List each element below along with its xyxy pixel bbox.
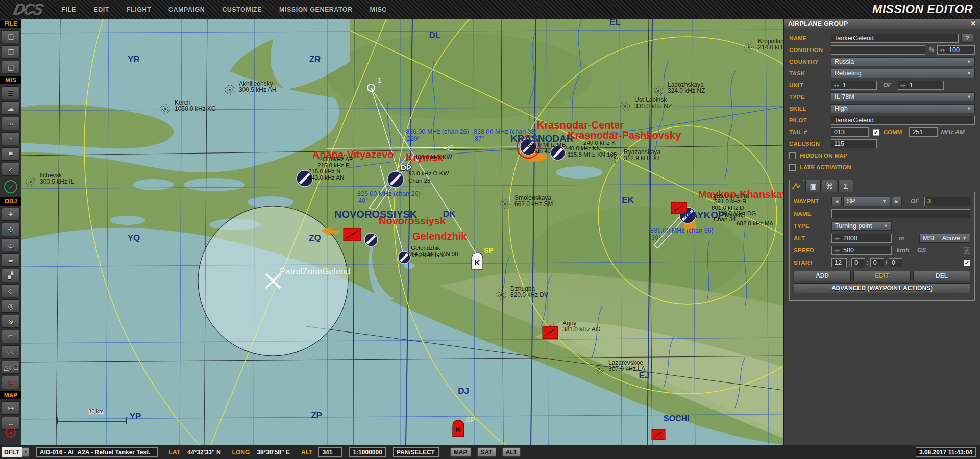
condition-stepper[interactable]: ◂▸100 — [937, 45, 975, 55]
lat-value: 44°32'33" N — [187, 449, 220, 456]
route-tool-button[interactable]: ◇ — [2, 284, 20, 297]
cursor-mode-box[interactable]: PAN/SELECT — [393, 447, 439, 457]
sat-layer-button[interactable]: SAT — [477, 447, 496, 457]
tab-route[interactable] — [789, 180, 804, 192]
add-waypoint-button[interactable]: ADD — [794, 271, 851, 281]
waypoint-total-input[interactable] — [924, 197, 970, 206]
map-ndb-freq-label: 820.0 kHz DV — [510, 291, 548, 298]
static-object-button[interactable]: ▞ — [2, 269, 20, 282]
callsign-input[interactable] — [831, 139, 877, 148]
map-red-square-marker[interactable] — [543, 326, 558, 339]
menu-customize[interactable]: CUSTOMIZE — [222, 6, 262, 13]
airplane-button[interactable]: ✈ — [2, 208, 20, 221]
tab-placement[interactable]: ▣ — [805, 180, 821, 192]
profile-dropdown-arrow[interactable]: ▼ — [22, 447, 29, 457]
group-list-button[interactable]: ○○ — [2, 345, 20, 359]
alt-layer-button[interactable]: ALT — [502, 447, 521, 457]
farp-button[interactable]: ◠ — [2, 330, 20, 343]
map-scale-box[interactable]: 1:1000000 — [349, 447, 385, 457]
map-channel-label: 836.00 MHz (chan 36) — [650, 227, 714, 234]
task-select[interactable]: Refueling▼ — [831, 69, 975, 78]
triggers-button[interactable]: ⌖ — [2, 132, 20, 145]
validate-button[interactable]: ✓ — [4, 180, 17, 193]
map-red-square-marker[interactable] — [344, 228, 361, 241]
pilot-input[interactable] — [831, 116, 975, 125]
start-seconds-input[interactable] — [870, 258, 884, 267]
waypoint-type-select[interactable]: Turning point▼ — [831, 221, 892, 231]
ship-button[interactable]: ⚓ — [2, 238, 20, 251]
goals-button[interactable]: ✓ — [2, 163, 20, 176]
map-freq-label: Gelendzhik — [411, 245, 440, 251]
unit-stepper[interactable]: ◂▸1 — [831, 81, 877, 90]
waypoint-select[interactable]: SP▼ — [843, 197, 890, 206]
open-mission-button[interactable]: ❒ — [2, 45, 20, 59]
menu-flight[interactable]: FLIGHT — [127, 6, 151, 13]
airport-icon[interactable] — [551, 146, 565, 160]
start-point-marker[interactable]: K — [453, 420, 464, 437]
start-time-checkbox[interactable]: ✓ — [964, 260, 970, 266]
map-key-button[interactable]: ⊶ — [2, 401, 20, 415]
map-grid-label: ZR — [309, 55, 321, 64]
bullseye-button[interactable]: ◎ — [2, 299, 20, 313]
comm-freq-input[interactable] — [909, 128, 938, 137]
altitude-stepper[interactable]: ◂▸2000 — [831, 234, 892, 243]
start-point-label: SP — [484, 246, 494, 254]
unit-total-stepper[interactable]: ◂▸1 — [898, 81, 944, 90]
tab-actions[interactable]: ⌘ — [822, 180, 837, 192]
map-viewport[interactable]: KK YRZRDLELYQZQDKEKYPZPDJEJNOVOROSSIYSKK… — [21, 19, 783, 445]
map-freq-label: 840.0 MHz MB — [527, 142, 566, 148]
panel-header[interactable]: AIRPLANE GROUP ✕ — [784, 19, 980, 29]
menu-edit[interactable]: EDIT — [93, 6, 109, 13]
map-red-square-marker[interactable] — [652, 429, 665, 440]
airport-icon[interactable] — [387, 171, 404, 188]
prev-waypoint-button[interactable]: ◀ — [831, 197, 842, 206]
map-airport-label: Novorossiysk — [379, 215, 446, 226]
waypoint-name-input[interactable] — [831, 209, 970, 218]
advanced-waypoint-actions-button[interactable]: ADVANCED (WAYPOINT ACTIONS) — [794, 283, 970, 293]
skill-select[interactable]: High▼ — [831, 104, 975, 113]
edit-waypoint-button[interactable]: EDIT — [853, 271, 911, 281]
flags-button[interactable]: ⚑ — [2, 147, 20, 161]
save-mission-button[interactable]: ◫ — [2, 61, 20, 74]
alt-reference-select[interactable]: MSL Above ▼ — [919, 234, 970, 243]
late-activation-checkbox[interactable]: ✓ — [789, 164, 796, 171]
group-name-input[interactable] — [831, 34, 959, 43]
top-menu-bar: DCS FILEEDITFLIGHTCAMPAIGNCUSTOMIZEMISSI… — [0, 0, 980, 19]
next-waypoint-button[interactable]: ▶ — [892, 197, 902, 206]
start-hours-input[interactable] — [831, 258, 847, 267]
vehicle-button[interactable]: ▰ — [2, 253, 20, 267]
start-day-input[interactable] — [889, 258, 902, 267]
zone-button[interactable]: ⊗ — [2, 315, 20, 328]
profile-select[interactable]: DFLT — [2, 447, 22, 457]
menu-mission-generator[interactable]: MISSION GENERATOR — [279, 6, 352, 13]
map-layer-button[interactable]: MAP — [450, 447, 471, 457]
country-select[interactable]: Russia▼ — [831, 57, 975, 66]
speed-stepper[interactable]: ◂▸500 — [831, 246, 892, 255]
help-button[interactable]: ? — [961, 34, 973, 43]
tab-summary[interactable]: Σ — [838, 180, 853, 192]
menu-campaign[interactable]: CAMPAIGN — [168, 6, 205, 13]
comm-checkbox[interactable]: ✓ — [873, 129, 879, 136]
map-ndb-freq-label: 324.0 kHz NZ — [668, 87, 705, 94]
close-icon[interactable]: ✕ — [970, 20, 976, 28]
failures-button[interactable]: ∞ — [2, 117, 20, 130]
tail-number-input[interactable] — [831, 128, 869, 137]
hidden-on-map-checkbox[interactable]: ✓ — [789, 152, 796, 159]
briefing-button[interactable]: ☰ — [2, 86, 20, 99]
weather-button[interactable]: ☁ — [2, 101, 20, 115]
start-point-marker[interactable]: K — [472, 253, 483, 269]
map-grid-label: EK — [622, 195, 634, 205]
new-mission-button[interactable]: ❑ — [2, 30, 20, 43]
delete-button[interactable]: ✖ — [2, 376, 20, 389]
menu-file[interactable]: FILE — [61, 6, 76, 13]
airport-icon[interactable] — [364, 233, 378, 246]
delete-waypoint-button[interactable]: DEL — [913, 271, 970, 281]
helicopter-button[interactable]: ✣ — [2, 223, 20, 236]
condition-input[interactable] — [831, 45, 925, 55]
start-minutes-input[interactable] — [851, 258, 865, 267]
menu-misc[interactable]: MISC — [370, 6, 387, 13]
gs-checkbox[interactable]: ✓ — [964, 247, 970, 254]
template-button[interactable]: △◇□ — [2, 361, 20, 374]
record-icon[interactable]: ▲ — [6, 427, 16, 438]
type-select[interactable]: IL-78M▼ — [831, 92, 975, 101]
